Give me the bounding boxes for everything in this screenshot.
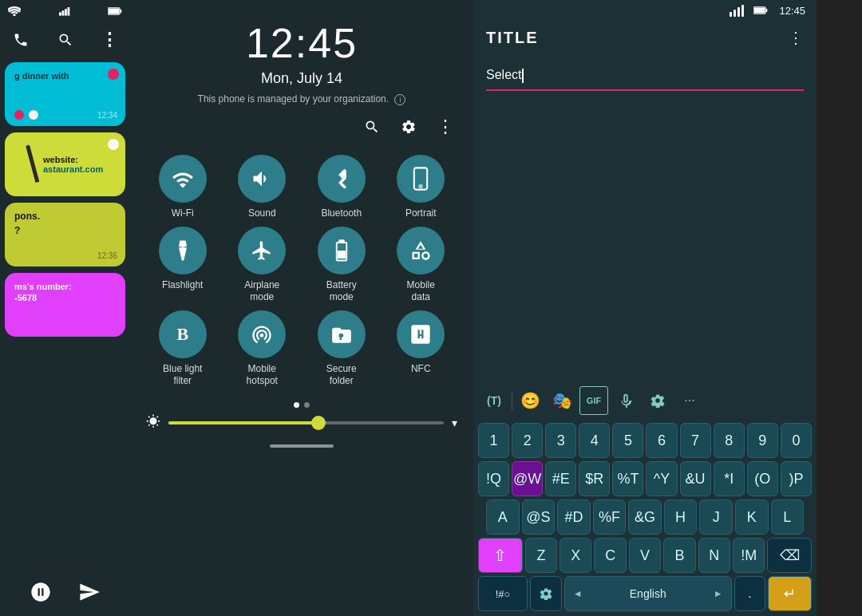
qs-tile-securefolder[interactable]: Securefolder xyxy=(305,310,378,388)
kb-key-d[interactable]: #D xyxy=(557,500,591,535)
kb-key-j[interactable]: J xyxy=(699,500,733,535)
notification-card-4[interactable]: ms's number:-5678 xyxy=(5,273,125,337)
qs-pagination xyxy=(130,402,473,408)
qs-nfc-label: NFC xyxy=(411,363,431,376)
qs-tile-battery[interactable]: Batterymode xyxy=(305,227,378,304)
kb-key-w[interactable]: @W xyxy=(512,461,543,496)
home-indicator[interactable] xyxy=(270,444,334,448)
kb-emoji-icon[interactable]: 😊 xyxy=(516,386,544,415)
kb-sticker-icon[interactable]: 🎭 xyxy=(548,386,576,415)
kb-key-s[interactable]: @S xyxy=(522,500,556,535)
notif-text-3: pons. xyxy=(14,211,116,222)
qs-tile-portrait[interactable]: Portrait xyxy=(385,155,458,220)
kb-key-5[interactable]: 5 xyxy=(612,423,643,458)
kb-key-i[interactable]: *I xyxy=(714,461,745,496)
kb-key-4[interactable]: 4 xyxy=(579,423,610,458)
kb-battery-icon xyxy=(753,5,768,17)
svg-rect-2 xyxy=(65,9,67,15)
qs-page-2[interactable] xyxy=(304,402,310,408)
kb-key-0[interactable]: 0 xyxy=(781,423,812,458)
kb-settings-key[interactable] xyxy=(530,576,562,611)
kb-delete-key[interactable]: ⌫ xyxy=(767,538,812,573)
qs-search-icon[interactable] xyxy=(360,115,384,139)
kb-key-2[interactable]: 2 xyxy=(512,423,543,458)
kb-key-m[interactable]: !M xyxy=(733,538,765,573)
kb-template-icon[interactable]: (T) xyxy=(480,386,508,415)
kb-more-options[interactable]: ··· xyxy=(675,386,704,415)
kb-key-a[interactable]: A xyxy=(486,500,520,535)
kb-mic-icon[interactable] xyxy=(611,386,640,415)
brightness-expand[interactable]: ▾ xyxy=(452,417,457,429)
kb-more-button[interactable]: ⋮ xyxy=(788,28,804,47)
kb-shift-key[interactable]: ⇧ xyxy=(478,538,523,573)
kb-key-n[interactable]: N xyxy=(698,538,730,573)
bixby-icon[interactable] xyxy=(26,578,55,606)
qs-tile-airplane[interactable]: Airplanemode xyxy=(226,227,299,304)
kb-gif-icon[interactable]: GIF xyxy=(579,386,608,415)
kb-symbols-key[interactable]: !#○ xyxy=(478,576,528,611)
qs-wifi-icon xyxy=(159,155,207,203)
more-icon[interactable]: ⋮ xyxy=(98,29,121,51)
qs-bluelight-icon: B xyxy=(159,310,207,358)
kb-lang-prev[interactable]: ◄ xyxy=(573,588,583,599)
kb-key-b[interactable]: B xyxy=(663,538,695,573)
kb-key-v[interactable]: V xyxy=(629,538,661,573)
kb-key-x[interactable]: X xyxy=(560,538,591,573)
qs-more-icon[interactable]: ⋮ xyxy=(433,115,457,139)
qs-tile-sound[interactable]: Sound xyxy=(226,155,299,220)
qs-tile-bluetooth[interactable]: Bluetooth xyxy=(305,155,378,220)
kb-key-e[interactable]: #E xyxy=(545,461,576,496)
kb-key-h[interactable]: H xyxy=(664,500,698,535)
kb-key-g[interactable]: &G xyxy=(628,500,662,535)
brightness-thumb[interactable] xyxy=(311,416,326,430)
kb-key-9[interactable]: 9 xyxy=(747,423,778,458)
kb-divider-1 xyxy=(512,391,512,410)
kb-key-r[interactable]: $R xyxy=(579,461,610,496)
kb-enter-key[interactable]: ↵ xyxy=(768,576,812,611)
qs-tile-bluelight[interactable]: B Blue lightfilter xyxy=(146,310,219,388)
notification-card-3[interactable]: pons. ? 12:36 xyxy=(5,203,125,267)
kb-settings-icon[interactable] xyxy=(643,386,672,415)
kb-input-field[interactable]: Select xyxy=(486,61,804,91)
qs-flashlight-icon xyxy=(159,227,207,274)
kb-key-u[interactable]: &U xyxy=(680,461,711,496)
qs-tile-flashlight[interactable]: Flashlight xyxy=(146,227,219,304)
kb-period-key[interactable]: . xyxy=(734,576,766,611)
qs-tile-hotspot[interactable]: Mobilehotspot xyxy=(226,310,299,388)
info-icon[interactable]: i xyxy=(394,94,405,105)
kb-key-6[interactable]: 6 xyxy=(646,423,677,458)
kb-key-q[interactable]: !Q xyxy=(478,461,509,496)
kb-key-z[interactable]: Z xyxy=(525,538,557,573)
notification-toolbar: ⋮ xyxy=(0,24,130,59)
notification-card-1[interactable]: g dinner with 12:34 xyxy=(5,62,125,126)
kb-key-l[interactable]: L xyxy=(771,500,805,535)
kb-key-7[interactable]: 7 xyxy=(680,423,711,458)
qs-airplane-icon xyxy=(238,227,286,274)
qs-battery-icon xyxy=(318,227,366,274)
kb-lang-next[interactable]: ► xyxy=(714,588,723,599)
qs-tile-wifi[interactable]: Wi-Fi xyxy=(146,155,219,220)
qs-toolbar: ⋮ xyxy=(130,105,473,148)
send-icon[interactable] xyxy=(75,578,104,606)
kb-key-y[interactable]: ^Y xyxy=(646,461,677,496)
qs-page-1[interactable] xyxy=(294,402,299,408)
kb-key-t[interactable]: %T xyxy=(612,461,643,496)
kb-key-f[interactable]: %F xyxy=(593,500,627,535)
kb-key-1[interactable]: 1 xyxy=(478,423,509,458)
status-bar xyxy=(0,0,130,24)
kb-app-bar: TITLE ⋮ xyxy=(473,22,817,53)
kb-key-p[interactable]: )P xyxy=(781,461,812,496)
qs-tile-nfc[interactable]: NFC xyxy=(385,310,458,388)
brightness-slider[interactable] xyxy=(168,421,444,424)
kb-key-3[interactable]: 3 xyxy=(545,423,576,458)
phone-icon[interactable] xyxy=(10,29,32,51)
qs-settings-icon[interactable] xyxy=(397,115,421,139)
kb-key-k[interactable]: K xyxy=(735,500,769,535)
qs-tile-mobiledata[interactable]: Mobiledata xyxy=(385,227,458,304)
notification-card-2[interactable]: website: astaurant.com xyxy=(5,132,125,196)
kb-space-key[interactable]: ◄ English ► xyxy=(564,576,732,611)
kb-key-c[interactable]: C xyxy=(594,538,626,573)
kb-key-8[interactable]: 8 xyxy=(714,423,745,458)
kb-key-o[interactable]: (O xyxy=(747,461,778,496)
search-icon[interactable] xyxy=(54,29,77,51)
